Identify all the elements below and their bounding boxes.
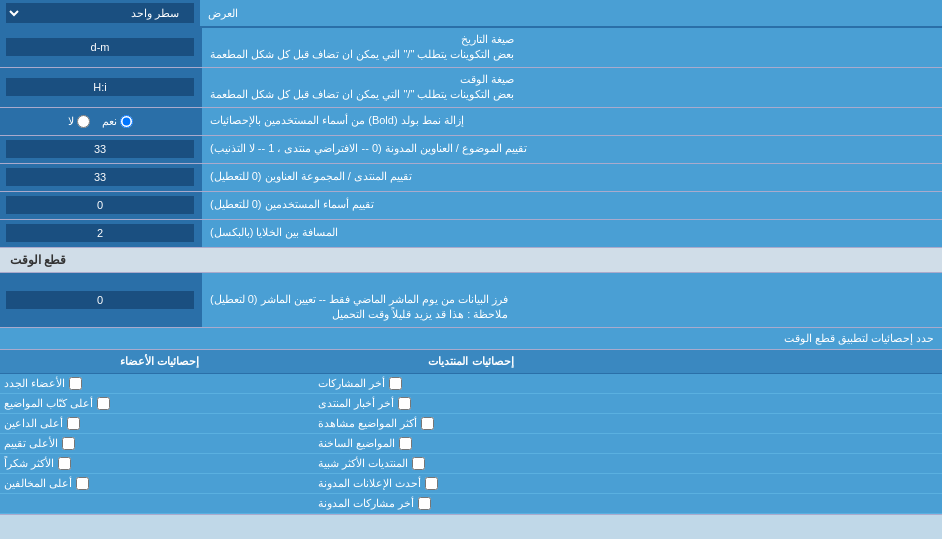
label-forum-group: تقييم المنتدى / المجموعة العناوين (0 للت… — [200, 164, 942, 191]
radio-cell-bold-remove: نعملا — [0, 108, 200, 135]
input-forum-group[interactable] — [6, 168, 194, 186]
cb-col3-1: أعلى كتّاب المواضيع — [0, 394, 314, 413]
cb-col3-0: الأعضاء الجدد — [0, 374, 314, 393]
checkbox-col2-1[interactable] — [398, 397, 411, 410]
input-forum-topics[interactable] — [6, 140, 194, 158]
cb-header-col1 — [627, 353, 938, 370]
cut-time-input-cell[interactable] — [0, 273, 200, 327]
top-label: العرض — [200, 0, 942, 26]
radio-label-no[interactable]: لا — [68, 115, 90, 128]
cb-col1-5 — [628, 474, 942, 493]
row-date-format: صيغة التاريخ بعض التكوينات يتطلب "/" الت… — [0, 28, 942, 68]
cb-col2-5: أحدث الإعلانات المدونة — [314, 474, 628, 493]
checkbox-col2-5[interactable] — [425, 477, 438, 490]
limit-label: حدد إحصائيات لتطبيق قطع الوقت — [8, 332, 934, 345]
cb-row-4: المنتديات الأكثر شبيةالأكثر شكراً — [0, 454, 942, 474]
label-forum-topics: تقييم الموضوع / العناوين المدونة (0 -- ا… — [200, 136, 942, 163]
cb-col3-6 — [0, 494, 314, 513]
cut-time-input[interactable] — [6, 291, 194, 309]
input-cell-usernames[interactable] — [0, 192, 200, 219]
row-time-format: صيغة الوقت بعض التكوينات يتطلب "/" التي … — [0, 68, 942, 108]
label-time-format: صيغة الوقت بعض التكوينات يتطلب "/" التي … — [200, 68, 942, 107]
cb-col1-4 — [628, 454, 942, 473]
cut-time-label: فرز البيانات من يوم الماشر الماضي فقط --… — [200, 273, 942, 327]
cb-row-0: أخر المشاركاتالأعضاء الجدد — [0, 374, 942, 394]
cb-row-1: أخر أخبار المنتدىأعلى كتّاب المواضيع — [0, 394, 942, 414]
checkbox-col3-5[interactable] — [76, 477, 89, 490]
cb-col2-6: أخر مشاركات المدونة — [314, 494, 628, 513]
checkbox-col3-3[interactable] — [62, 437, 75, 450]
cb-col2-4: المنتديات الأكثر شبية — [314, 454, 628, 473]
checkbox-col2-6[interactable] — [418, 497, 431, 510]
cb-row-2: أكثر المواضيع مشاهدةأعلى الداعين — [0, 414, 942, 434]
radio-label-yes[interactable]: نعم — [102, 115, 133, 128]
label-cell-spacing: المسافة بين الخلايا (بالبكسل) — [200, 220, 942, 247]
checkbox-col3-1[interactable] — [97, 397, 110, 410]
section-header: قطع الوقت — [0, 248, 942, 273]
input-cell-cell-spacing[interactable] — [0, 220, 200, 247]
rows-container: صيغة التاريخ بعض التكوينات يتطلب "/" الت… — [0, 28, 942, 248]
radio-yes-bold-remove[interactable] — [120, 115, 133, 128]
top-select-cell[interactable]: سطر واحد سطرين ثلاثة أسطر — [0, 0, 200, 26]
top-row: العرض سطر واحد سطرين ثلاثة أسطر — [0, 0, 942, 28]
input-cell-spacing[interactable] — [6, 224, 194, 242]
checkboxes-header: إحصائيات المنتديات إحصائيات الأعضاء — [0, 350, 942, 374]
cb-row-3: المواضيع الساخنةالأعلى تقييم — [0, 434, 942, 454]
row-forum-group: تقييم المنتدى / المجموعة العناوين (0 للت… — [0, 164, 942, 192]
checkbox-col3-2[interactable] — [67, 417, 80, 430]
cb-col2-2: أكثر المواضيع مشاهدة — [314, 414, 628, 433]
cb-header-col3: إحصائيات الأعضاء — [4, 353, 315, 370]
cb-col1-2 — [628, 414, 942, 433]
input-cell-forum-group[interactable] — [0, 164, 200, 191]
cb-col2-1: أخر أخبار المنتدى — [314, 394, 628, 413]
label-bold-remove: إزالة نمط بولد (Bold) من أسماء المستخدمي… — [200, 108, 942, 135]
cb-rows-container: أخر المشاركاتالأعضاء الجددأخر أخبار المن… — [0, 374, 942, 514]
input-time-format[interactable] — [6, 78, 194, 96]
input-date-format[interactable] — [6, 38, 194, 56]
cb-col2-3: المواضيع الساخنة — [314, 434, 628, 453]
checkboxes-section: إحصائيات المنتديات إحصائيات الأعضاء أخر … — [0, 350, 942, 515]
cb-col3-5: أعلى المخالفين — [0, 474, 314, 493]
label-usernames: تقييم أسماء المستخدمين (0 للتعطيل) — [200, 192, 942, 219]
checkbox-col2-4[interactable] — [412, 457, 425, 470]
cut-time-row: فرز البيانات من يوم الماشر الماضي فقط --… — [0, 273, 942, 328]
top-select[interactable]: سطر واحد سطرين ثلاثة أسطر — [6, 3, 194, 23]
label-date-format: صيغة التاريخ بعض التكوينات يتطلب "/" الت… — [200, 28, 942, 67]
cb-col2-0: أخر المشاركات — [314, 374, 628, 393]
cb-col1-0 — [628, 374, 942, 393]
input-usernames[interactable] — [6, 196, 194, 214]
cb-row-6: أخر مشاركات المدونة — [0, 494, 942, 514]
row-usernames: تقييم أسماء المستخدمين (0 للتعطيل) — [0, 192, 942, 220]
radio-no-bold-remove[interactable] — [77, 115, 90, 128]
checkbox-col3-0[interactable] — [69, 377, 82, 390]
cb-header-col2: إحصائيات المنتديات — [315, 353, 626, 370]
checkbox-col2-3[interactable] — [399, 437, 412, 450]
limit-row: حدد إحصائيات لتطبيق قطع الوقت — [0, 328, 942, 350]
input-cell-date-format[interactable] — [0, 28, 200, 67]
input-cell-forum-topics[interactable] — [0, 136, 200, 163]
checkbox-col2-2[interactable] — [421, 417, 434, 430]
checkbox-col2-0[interactable] — [389, 377, 402, 390]
row-cell-spacing: المسافة بين الخلايا (بالبكسل) — [0, 220, 942, 248]
checkbox-col3-4[interactable] — [58, 457, 71, 470]
cb-col1-3 — [628, 434, 942, 453]
cb-col1-1 — [628, 394, 942, 413]
cb-col3-2: أعلى الداعين — [0, 414, 314, 433]
row-forum-topics: تقييم الموضوع / العناوين المدونة (0 -- ا… — [0, 136, 942, 164]
input-cell-time-format[interactable] — [0, 68, 200, 107]
cb-col3-3: الأعلى تقييم — [0, 434, 314, 453]
row-bold-remove: إزالة نمط بولد (Bold) من أسماء المستخدمي… — [0, 108, 942, 136]
cb-col3-4: الأكثر شكراً — [0, 454, 314, 473]
cb-col1-6 — [628, 494, 942, 513]
cb-row-5: أحدث الإعلانات المدونةأعلى المخالفين — [0, 474, 942, 494]
